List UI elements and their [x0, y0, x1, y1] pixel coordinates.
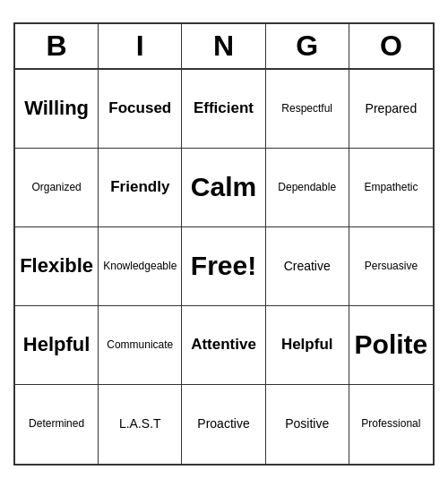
bingo-cell: Willing — [15, 70, 99, 149]
cell-text: L.A.S.T — [119, 416, 161, 431]
cell-text: Free! — [191, 250, 256, 282]
header-letter: N — [182, 24, 265, 68]
bingo-cell: Focused — [99, 70, 182, 149]
bingo-cell: Determined — [15, 385, 99, 464]
cell-text: Communicate — [107, 338, 173, 351]
bingo-cell: Friendly — [99, 149, 182, 227]
bingo-cell: Proactive — [182, 385, 265, 464]
bingo-cell: Flexible — [15, 227, 99, 306]
cell-text: Dependable — [278, 181, 336, 193]
bingo-cell: Creative — [266, 227, 349, 306]
bingo-cell: Prepared — [349, 70, 433, 149]
bingo-cell: Polite — [349, 306, 433, 385]
cell-text: Calm — [191, 171, 256, 203]
cell-text: Creative — [284, 259, 331, 274]
bingo-grid: WillingFocusedEfficientRespectfulPrepare… — [15, 70, 433, 464]
cell-text: Friendly — [110, 178, 169, 196]
bingo-cell: Respectful — [266, 70, 349, 149]
bingo-card: BINGO WillingFocusedEfficientRespectfulP… — [13, 22, 435, 466]
bingo-cell: Attentive — [182, 306, 265, 385]
cell-text: Professional — [361, 417, 420, 430]
cell-text: Willing — [24, 97, 89, 120]
bingo-cell: Helpful — [15, 306, 99, 385]
cell-text: Helpful — [281, 336, 333, 354]
cell-text: Knowledgeable — [103, 260, 177, 272]
bingo-cell: Organized — [15, 149, 99, 227]
cell-text: Positive — [285, 416, 329, 431]
header-letter: B — [15, 24, 99, 68]
header-letter: I — [99, 24, 182, 68]
cell-text: Helpful — [23, 333, 90, 356]
cell-text: Determined — [29, 417, 84, 430]
bingo-cell: Knowledgeable — [99, 227, 182, 306]
cell-text: Organized — [31, 181, 81, 193]
cell-text: Proactive — [197, 416, 249, 431]
cell-text: Persuasive — [365, 260, 418, 272]
bingo-cell: Professional — [349, 385, 433, 464]
cell-text: Focused — [108, 99, 171, 117]
bingo-cell: Dependable — [266, 149, 349, 227]
cell-text: Flexible — [20, 254, 93, 278]
bingo-cell: Free! — [182, 227, 265, 306]
cell-text: Attentive — [191, 336, 256, 354]
bingo-cell: Communicate — [99, 306, 182, 385]
bingo-cell: Positive — [266, 385, 349, 464]
header-letter: G — [266, 24, 349, 68]
bingo-cell: Empathetic — [349, 149, 433, 227]
bingo-cell: L.A.S.T — [99, 385, 182, 464]
bingo-header: BINGO — [15, 24, 433, 70]
cell-text: Prepared — [366, 101, 418, 116]
bingo-cell: Efficient — [182, 70, 265, 149]
cell-text: Efficient — [194, 99, 254, 117]
bingo-cell: Calm — [182, 149, 265, 227]
cell-text: Empathetic — [364, 181, 418, 193]
bingo-cell: Persuasive — [349, 227, 433, 306]
bingo-cell: Helpful — [266, 306, 349, 385]
header-letter: O — [349, 24, 433, 68]
cell-text: Polite — [355, 329, 428, 361]
cell-text: Respectful — [281, 102, 332, 115]
